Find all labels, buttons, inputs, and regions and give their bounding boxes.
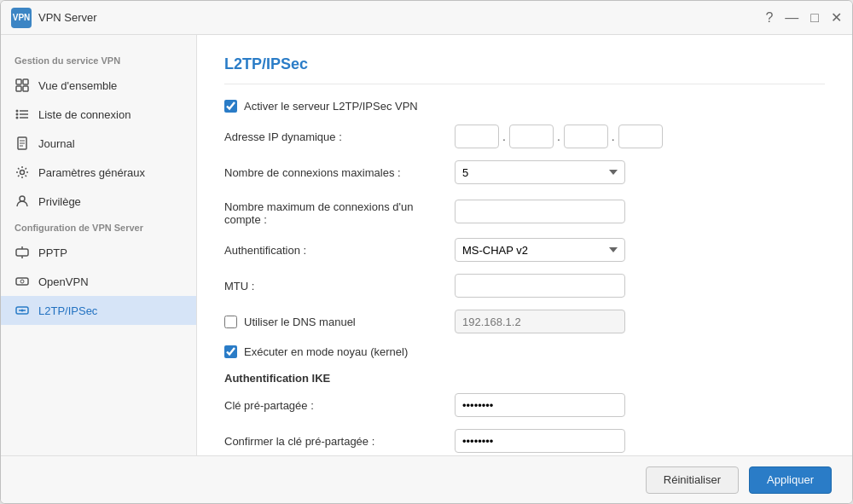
mtu-input[interactable]: 1400	[455, 274, 625, 298]
app-logo: VPN	[11, 8, 32, 28]
sidebar-item-connection-list[interactable]: Liste de connexion	[1, 100, 196, 129]
max-conn-account-input[interactable]: 2	[455, 200, 625, 223]
window-controls: ? — □ ✕	[765, 9, 842, 26]
dynamic-ip-row: Adresse IP dynamique : 10 . 2 . 0 . 0	[224, 125, 825, 148]
svg-rect-3	[23, 86, 28, 91]
sidebar-item-journal[interactable]: Journal	[1, 129, 196, 158]
manual-dns-checkbox[interactable]	[224, 316, 237, 328]
max-conn-account-label: Nombre maximum de connexions d'un compte…	[224, 196, 446, 226]
journal-icon	[15, 136, 30, 151]
authentication-label: Authentification :	[224, 244, 446, 257]
svg-rect-19	[16, 278, 28, 285]
sidebar-section-label-2: Configuration de VPN Server	[1, 216, 196, 238]
svg-point-14	[20, 171, 25, 175]
app-title: VPN Server	[38, 11, 765, 24]
sidebar-item-label-connection-list: Liste de connexion	[38, 108, 131, 121]
pre-shared-key-row: Clé pré-partagée :	[224, 393, 825, 417]
list-icon	[15, 107, 30, 122]
svg-rect-0	[16, 79, 21, 84]
close-button[interactable]: ✕	[831, 9, 842, 26]
titlebar: VPN VPN Server ? — □ ✕	[1, 1, 852, 35]
reset-button[interactable]: Réinitialiser	[646, 466, 739, 494]
confirm-pre-shared-key-input[interactable]	[455, 429, 625, 453]
sidebar-item-overview[interactable]: Vue d'ensemble	[1, 71, 196, 100]
ip-octet-2[interactable]: 2	[509, 125, 554, 148]
pre-shared-key-input[interactable]	[455, 393, 625, 417]
settings-icon	[15, 165, 30, 180]
dynamic-ip-label: Adresse IP dynamique :	[224, 130, 446, 143]
privilege-icon	[15, 194, 30, 209]
sidebar: Gestion du service VPN Vue d'ensemble Li…	[1, 35, 197, 455]
svg-rect-1	[23, 79, 28, 84]
sidebar-item-pptp[interactable]: PPTP	[1, 238, 196, 267]
svg-point-22	[21, 310, 24, 312]
manual-dns-row: Utiliser le DNS manuel	[224, 310, 825, 333]
help-button[interactable]: ?	[765, 10, 773, 26]
sidebar-item-label-openvpn: OpenVPN	[38, 275, 89, 288]
confirm-pre-shared-key-label: Confirmer la clé pré-partagée :	[224, 435, 446, 448]
svg-rect-16	[16, 249, 28, 256]
kernel-mode-row: Exécuter en mode noyau (kernel)	[224, 345, 825, 358]
manual-dns-label: Utiliser le DNS manuel	[244, 316, 356, 328]
l2tp-icon	[15, 303, 30, 318]
max-conn-account-row: Nombre maximum de connexions d'un compte…	[224, 196, 825, 226]
svg-point-8	[16, 117, 19, 119]
max-connections-row: Nombre de connexions maximales : 5	[224, 160, 825, 184]
sidebar-item-label-l2tp: L2TP/IPSec	[38, 304, 97, 317]
enable-checkbox-label: Activer le serveur L2TP/IPSec VPN	[244, 100, 418, 113]
pre-shared-key-label: Clé pré-partagée :	[224, 399, 446, 412]
svg-rect-2	[16, 86, 21, 91]
confirm-pre-shared-key-row: Confirmer la clé pré-partagée :	[224, 429, 825, 453]
sidebar-item-label-general-settings: Paramètres généraux	[38, 166, 145, 179]
max-connections-label: Nombre de connexions maximales :	[224, 166, 446, 179]
minimize-button[interactable]: —	[785, 10, 798, 26]
sidebar-item-general-settings[interactable]: Paramètres généraux	[1, 158, 196, 187]
sidebar-item-label-overview: Vue d'ensemble	[38, 79, 117, 92]
svg-point-15	[20, 196, 25, 201]
sidebar-item-privilege[interactable]: Privilège	[1, 187, 196, 216]
openvpn-icon	[15, 274, 30, 289]
enable-checkbox-row: Activer le serveur L2TP/IPSec VPN	[224, 100, 825, 113]
pptp-icon	[15, 245, 30, 260]
ip-octet-1[interactable]: 10	[455, 125, 499, 148]
sidebar-item-label-journal: Journal	[38, 137, 75, 150]
manual-dns-input[interactable]	[455, 310, 625, 333]
sidebar-item-l2tp[interactable]: L2TP/IPSec	[1, 296, 196, 325]
max-connections-dropdown[interactable]: 5	[455, 160, 625, 184]
enable-checkbox[interactable]	[224, 100, 237, 113]
sidebar-item-openvpn[interactable]: OpenVPN	[1, 267, 196, 296]
sidebar-section-label-1: Gestion du service VPN	[1, 49, 196, 71]
ike-auth-header: Authentification IKE	[224, 372, 825, 385]
mtu-label: MTU :	[224, 280, 446, 293]
maximize-button[interactable]: □	[810, 10, 819, 26]
ip-address-input: 10 . 2 . 0 . 0	[455, 125, 663, 148]
content-area: L2TP/IPSec Activer le serveur L2TP/IPSec…	[197, 35, 852, 455]
svg-point-6	[16, 113, 19, 116]
ip-octet-3[interactable]: 0	[564, 125, 608, 148]
kernel-mode-checkbox[interactable]	[224, 345, 237, 358]
mtu-row: MTU : 1400	[224, 274, 825, 298]
footer: Réinitialiser Appliquer	[1, 455, 852, 503]
kernel-mode-label: Exécuter en mode noyau (kernel)	[244, 345, 408, 358]
svg-point-4	[16, 110, 19, 113]
sidebar-item-label-privilege: Privilège	[38, 195, 81, 208]
overview-icon	[15, 78, 30, 93]
page-title: L2TP/IPSec	[224, 55, 825, 84]
authentication-row: Authentification : MS-CHAP v2	[224, 238, 825, 262]
authentication-dropdown[interactable]: MS-CHAP v2	[455, 238, 625, 262]
apply-button[interactable]: Appliquer	[749, 466, 832, 494]
svg-point-20	[20, 280, 24, 283]
ip-octet-4[interactable]: 0	[618, 125, 663, 148]
sidebar-item-label-pptp: PPTP	[38, 246, 67, 259]
